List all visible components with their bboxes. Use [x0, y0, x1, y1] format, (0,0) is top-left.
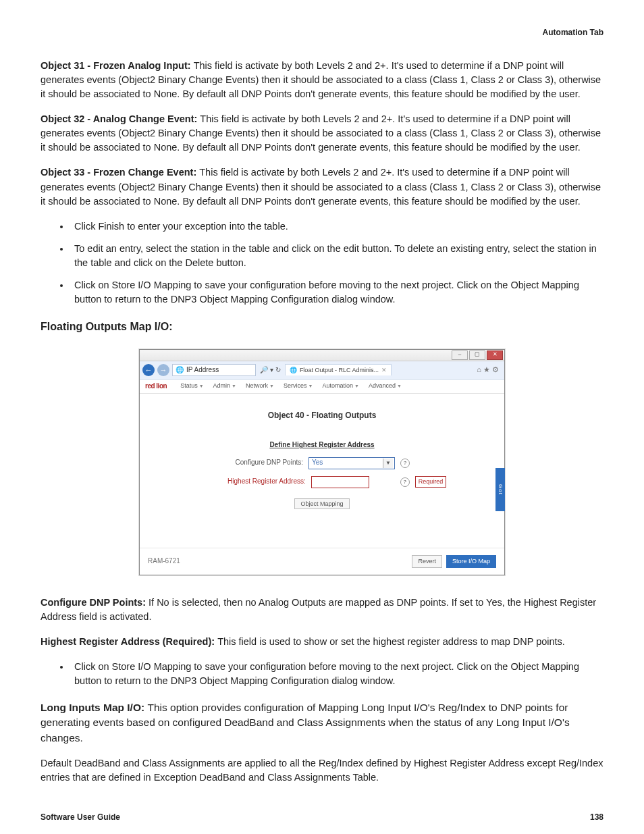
label-configure-dnp-text: Configure DNP Points: [41, 597, 149, 608]
label-object-31: Object 31 - Frozen Analog Input: [41, 60, 194, 71]
text-highest-register: This field is used to show or set the hi… [217, 636, 565, 647]
content-title: Object 40 - Floating Outputs [153, 410, 491, 421]
list-item: To edit an entry, select the station in … [70, 242, 603, 270]
menu-advanced[interactable]: Advanced▼ [369, 382, 402, 390]
para-long-inputs: Long Inputs Map I/O: This option provide… [41, 700, 603, 746]
chevron-down-icon: ▼ [397, 383, 402, 390]
embedded-screenshot: – ▢ ✕ ← → 🌐 IP Address 🔎 ▾ ↻ 🌐 Float Out… [139, 349, 505, 575]
window-close-button[interactable]: ✕ [487, 350, 503, 360]
chevron-down-icon: ▼ [269, 383, 274, 390]
label-configure-dnp: Configure DNP Points: [195, 458, 303, 468]
chevron-down-icon: ▼ [308, 383, 313, 390]
footer-left: Software User Guide [41, 812, 120, 823]
menu-services[interactable]: Services▼ [284, 382, 313, 390]
revert-button[interactable]: Revert [412, 555, 442, 568]
footer-page-number: 138 [590, 812, 603, 823]
nav-forward-button[interactable]: → [157, 364, 169, 376]
store-io-map-button[interactable]: Store I/O Map [446, 555, 496, 568]
address-text: IP Address [186, 365, 219, 375]
para-object-33: Object 33 - Frozen Change Event: This fi… [41, 165, 603, 208]
nav-back-button[interactable]: ← [142, 364, 155, 376]
bullet-list-b: Click on Store I/O Mapping to save your … [41, 660, 603, 688]
para-configure-dnp: Configure DNP Points: If No is selected,… [41, 596, 603, 624]
chevron-down-icon: ▼ [354, 383, 359, 390]
device-id: RAM-6721 [148, 556, 180, 567]
para-highest-register: Highest Register Address (Required): Thi… [41, 635, 603, 649]
page-footer: Software User Guide 138 [41, 812, 603, 823]
tab-favicon-icon: 🌐 [290, 366, 297, 375]
heading-floating-outputs: Floating Outputs Map I/O: [41, 319, 603, 334]
define-heading: Define Highest Register Address [153, 440, 491, 450]
window-titlebar: – ▢ ✕ [140, 350, 504, 361]
window-minimize-button[interactable]: – [452, 350, 468, 360]
help-icon[interactable]: ? [400, 459, 410, 468]
address-input[interactable]: 🌐 IP Address [172, 364, 256, 376]
app-menu-bar: red lion Status▼ Admin▼ Network▼ Service… [140, 380, 504, 394]
chevron-down-icon: ▼ [199, 383, 204, 390]
window-maximize-button[interactable]: ▢ [469, 350, 485, 360]
list-item: Click on Store I/O Mapping to save your … [70, 660, 603, 688]
app-content: Object 40 - Floating Outputs Define High… [140, 394, 504, 548]
para-default-deadband: Default DeadBand and Class Assignments a… [41, 756, 603, 785]
tab-title: Float Output - RLC Adminis... [300, 366, 379, 375]
menu-network[interactable]: Network▼ [246, 382, 274, 390]
address-tools[interactable]: 🔎 ▾ ↻ [259, 365, 282, 375]
chevron-down-icon: ▼ [232, 383, 236, 390]
list-item: Click on Store I/O Mapping to save your … [70, 278, 603, 307]
chevron-down-icon: ▼ [383, 459, 393, 468]
select-value: Yes [312, 458, 323, 468]
browser-address-bar: ← → 🌐 IP Address 🔎 ▾ ↻ 🌐 Float Output - … [140, 361, 504, 380]
app-bottom-bar: RAM-6721 Revert Store I/O Map [140, 548, 504, 575]
tab-close-icon[interactable]: ✕ [381, 366, 387, 375]
row-highest-register: Highest Register Address: ? Required [153, 476, 491, 488]
object-mapping-button[interactable]: Object Mapping [294, 498, 349, 509]
browser-tab[interactable]: 🌐 Float Output - RLC Adminis... ✕ [285, 364, 392, 375]
para-object-31: Object 31 - Frozen Analog Input: This fi… [41, 59, 603, 101]
globe-icon: 🌐 [176, 365, 184, 375]
page-header-right: Automation Tab [41, 27, 603, 38]
browser-right-icons[interactable]: ⌂ ★ ⚙ [474, 365, 502, 375]
brand-logo: red lion [145, 382, 167, 392]
label-object-32: Object 32 - Analog Change Event: [41, 113, 200, 124]
menu-admin[interactable]: Admin▼ [213, 382, 236, 390]
input-highest-register[interactable] [311, 476, 369, 488]
label-long-inputs: Long Inputs Map I/O: [41, 702, 147, 713]
feedback-tab[interactable]: Got Feedback? [495, 468, 505, 511]
menu-status[interactable]: Status▼ [180, 382, 203, 390]
label-highest-register-text: Highest Register Address (Required): [41, 636, 217, 647]
label-object-33: Object 33 - Frozen Change Event: [41, 167, 199, 178]
bullet-list-a: Click Finish to enter your exception int… [41, 219, 603, 307]
select-configure-dnp[interactable]: Yes ▼ [308, 457, 395, 469]
list-item: Click Finish to enter your exception int… [70, 219, 603, 234]
menu-automation[interactable]: Automation▼ [322, 382, 358, 390]
help-icon[interactable]: ? [400, 477, 410, 487]
label-highest-register: Highest Register Address: [198, 477, 306, 487]
row-configure-dnp: Configure DNP Points: Yes ▼ ? [153, 457, 491, 469]
para-object-32: Object 32 - Analog Change Event: This fi… [41, 112, 603, 155]
required-badge: Required [415, 476, 447, 488]
